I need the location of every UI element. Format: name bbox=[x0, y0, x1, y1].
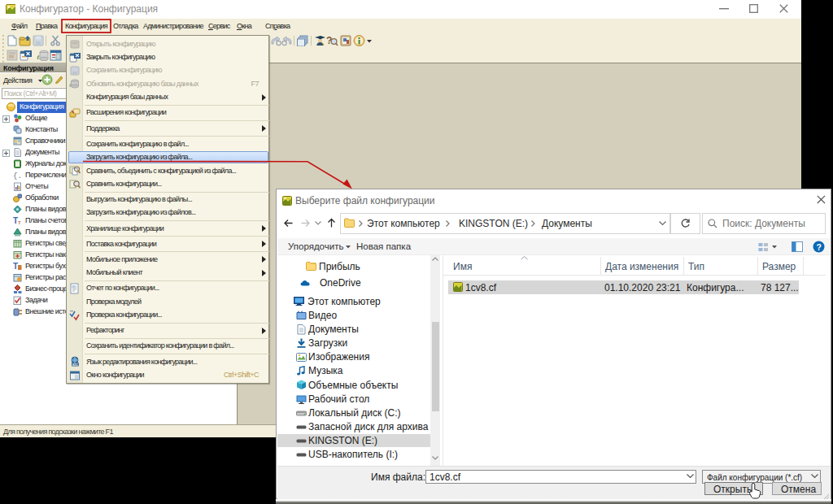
svg-text:т: т bbox=[18, 219, 21, 225]
svg-text:Т: Т bbox=[13, 262, 18, 271]
svg-text:abc: abc bbox=[72, 363, 79, 367]
svg-text:?: ? bbox=[817, 242, 822, 252]
svg-text:{..}: {..} bbox=[13, 172, 22, 180]
